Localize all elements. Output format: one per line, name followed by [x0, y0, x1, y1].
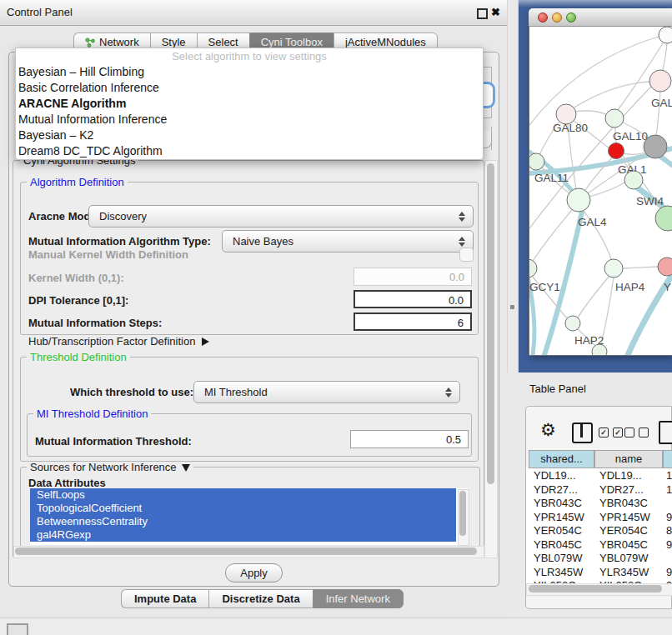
algorithm-option[interactable]: Bayesian – K2	[16, 128, 483, 143]
checked-box-icon: ✓	[613, 428, 623, 438]
zoom-traffic-light-icon[interactable]	[566, 12, 576, 22]
network-node-gal[interactable]	[649, 70, 671, 92]
network-node-gal4[interactable]	[567, 188, 590, 212]
network-edge[interactable]	[663, 43, 667, 70]
table-row[interactable]: YBR045CYBR045C9.	[526, 538, 672, 552]
network-edge[interactable]	[589, 182, 624, 197]
float-window-icon[interactable]	[477, 8, 488, 19]
mi-steps-label: Mutual Information Steps:	[28, 317, 162, 329]
tab-infer-network[interactable]: Infer Network	[313, 589, 404, 608]
network-edge[interactable]	[529, 37, 659, 125]
network-edge[interactable]	[573, 82, 650, 108]
network-node-gal10[interactable]	[605, 109, 624, 128]
network-edge[interactable]	[624, 267, 658, 268]
kernel-width-field[interactable]: 0.0	[354, 268, 472, 286]
network-node-gal1[interactable]	[609, 143, 624, 159]
attr-list-vscrollbar-thumb[interactable]	[459, 491, 466, 536]
app-root: { "titlebar": {"title": "Control Panel"}…	[0, 0, 672, 635]
network-node[interactable]	[592, 344, 607, 355]
algorithm-option[interactable]: Mutual Information Inference	[16, 112, 483, 128]
table-header-name[interactable]: name	[594, 450, 663, 468]
network-node[interactable]	[644, 135, 667, 158]
algorithm-option[interactable]: Bayesian – Hill Climbing	[16, 64, 483, 80]
algorithm-dropdown-placeholder: Select algorithm to view settings	[16, 48, 483, 64]
network-canvas[interactable]: GALGAL80GAL10GAL1GAL11SWI4GAL4GCY1HAP4YH…	[529, 27, 672, 355]
close-icon[interactable]: ✖	[491, 6, 500, 18]
aracne-mode-combobox[interactable]: Discovery	[88, 205, 474, 228]
which-threshold-combobox[interactable]: MI Threshold	[193, 381, 460, 403]
network-node[interactable]	[659, 27, 672, 43]
table-panel-title: Table Panel	[529, 382, 586, 395]
minimize-traffic-light-icon[interactable]	[552, 12, 562, 22]
algorithm-option[interactable]: ARACNE Algorithm	[16, 96, 483, 112]
mi-type-label: Mutual Information Algorithm Type:	[28, 235, 211, 248]
control-panel-title: Control Panel	[7, 0, 73, 25]
network-node-y[interactable]	[658, 258, 672, 276]
network-edge[interactable]	[533, 210, 572, 261]
network-edge[interactable]	[571, 111, 609, 116]
network-node-label: GAL10	[613, 130, 648, 142]
table-cell: YBR043C	[599, 496, 648, 510]
dpi-tolerance-label: DPI Tolerance [0,1]:	[28, 294, 128, 307]
network-node-hap4[interactable]	[604, 259, 623, 278]
table-row[interactable]: YBR043CYBR043C	[526, 496, 672, 510]
network-node[interactable]	[655, 206, 672, 231]
network-node-hap2[interactable]	[565, 316, 580, 331]
columns-icon[interactable]	[572, 422, 593, 443]
sources-group-label[interactable]: Sources for Network Inference	[27, 462, 193, 472]
checked-box-icon: ✓	[599, 428, 609, 438]
table-row[interactable]: YDR27...YDR27...12	[526, 482, 672, 497]
table-cell: YDL19...	[534, 468, 576, 482]
tab-impute-data[interactable]: Impute Data	[121, 589, 208, 608]
new-table-icon[interactable]	[659, 421, 672, 444]
divider-handle-icon[interactable]	[510, 305, 514, 309]
aracne-mode-value: Discovery	[89, 210, 458, 222]
data-attributes-list[interactable]: SelfLoopsTopologicalCoefficientBetweenne…	[30, 488, 468, 545]
network-node-gcy1[interactable]	[529, 259, 537, 278]
apply-button[interactable]: Apply	[225, 563, 283, 582]
table-header-shared-[interactable]: shared...	[529, 450, 594, 468]
data-attribute-item-selected[interactable]: SelfLoops	[30, 488, 456, 502]
table-row[interactable]: YPR145WYPR145W9.	[526, 510, 672, 524]
unselect-all-columns-icon[interactable]	[624, 428, 649, 438]
table-row[interactable]: YBL079WYBL079W	[526, 551, 672, 565]
gear-icon[interactable]: ⚙	[540, 420, 556, 440]
tab-discretize-data[interactable]: Discretize Data	[208, 589, 312, 608]
table-header-partial[interactable]	[663, 450, 672, 468]
dpi-tolerance-field[interactable]: 0.0	[354, 290, 472, 308]
data-attribute-item-selected[interactable]: gal4RGexp	[30, 528, 456, 542]
select-all-columns-icon[interactable]: ✓ ✓	[599, 428, 623, 438]
table-cell: YLR345W	[534, 565, 583, 579]
table-row[interactable]: YER054CYER054C8.	[526, 523, 672, 538]
mi-type-combobox[interactable]: Naive Bayes	[222, 230, 474, 252]
unchecked-box-icon	[639, 428, 649, 438]
manual-kernel-checkbox[interactable]	[459, 248, 474, 262]
algorithm-option[interactable]: Basic Correlation Inference	[16, 80, 483, 96]
table-row[interactable]: YDL19...YDL19...13	[526, 468, 672, 482]
network-edge[interactable]	[578, 276, 609, 318]
network-node-gal11[interactable]	[529, 153, 544, 170]
close-traffic-light-icon[interactable]	[538, 12, 548, 22]
bottom-strip	[0, 618, 672, 635]
network-node-swi4[interactable]	[624, 171, 643, 189]
hub-definition-row[interactable]: Hub/Transcription Factor Definition	[28, 335, 209, 348]
data-attribute-item-selected[interactable]: TopologicalCoefficient	[30, 502, 456, 515]
data-attribute-item-selected[interactable]: BetweennessCentrality	[30, 515, 456, 528]
network-window-titlebar[interactable]	[529, 8, 672, 27]
expanded-arrow-icon[interactable]	[182, 464, 190, 472]
table-hscrollbar-thumb[interactable]	[529, 585, 662, 592]
collapsed-arrow-icon[interactable]	[202, 338, 209, 346]
table-cell: 12	[666, 482, 672, 497]
mi-threshold-field[interactable]: 0.5	[350, 430, 469, 448]
settings-vscrollbar-thumb[interactable]	[487, 163, 494, 484]
table-cell: 9.	[666, 565, 672, 579]
table-row[interactable]: YLR345WYLR345W9.	[526, 565, 672, 579]
network-edge[interactable]	[624, 152, 644, 154]
network-graph: GALGAL80GAL10GAL1GAL11SWI4GAL4GCY1HAP4YH…	[529, 27, 672, 355]
bottom-tabbar: Impute DataDiscretize DataInfer Network	[121, 589, 404, 607]
algorithm-option[interactable]: Dream8 DC_TDC Algorithm	[16, 143, 483, 159]
minimized-panel-icon[interactable]	[7, 623, 28, 635]
network-edge[interactable]	[585, 158, 612, 190]
mi-steps-field[interactable]: 6	[354, 312, 472, 331]
settings-hscrollbar-thumb[interactable]	[15, 548, 477, 555]
